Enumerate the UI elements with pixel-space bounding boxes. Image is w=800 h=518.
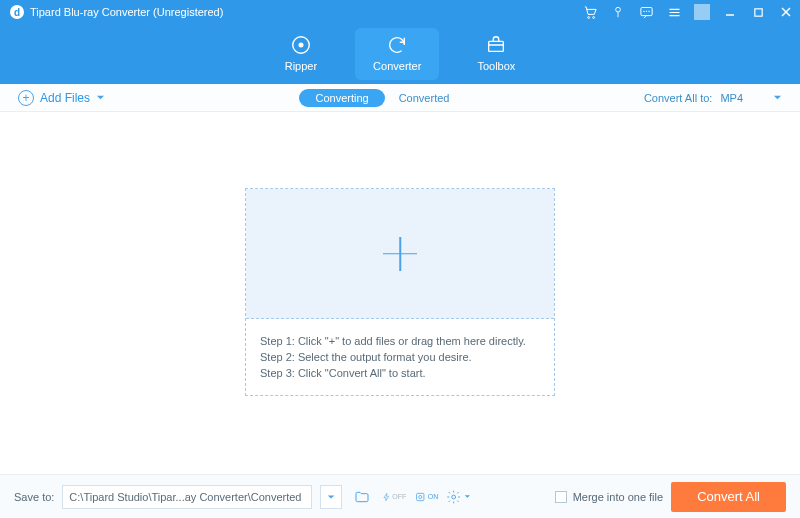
merge-label: Merge into one file — [573, 491, 664, 503]
chevron-down-icon — [96, 93, 105, 102]
svg-point-9 — [299, 43, 303, 47]
instructions: Step 1: Click "+" to add files or drag t… — [246, 319, 554, 395]
ripper-icon — [290, 34, 312, 56]
gpu-button[interactable]: ON — [414, 485, 438, 509]
add-files-button[interactable]: + Add Files — [18, 90, 105, 106]
checkbox-icon — [555, 491, 567, 503]
svg-rect-11 — [417, 493, 424, 500]
add-files-label: Add Files — [40, 91, 90, 105]
minimize-button[interactable] — [722, 4, 738, 20]
settings-button[interactable] — [446, 485, 470, 509]
divider — [694, 4, 710, 20]
convert-all-to-label: Convert All to: — [644, 92, 712, 104]
tab-ripper[interactable]: Ripper — [267, 28, 335, 80]
svg-rect-10 — [489, 41, 504, 51]
path-dropdown-button[interactable] — [320, 485, 342, 509]
open-folder-button[interactable] — [350, 485, 374, 509]
menu-icon[interactable] — [666, 4, 682, 20]
plus-icon — [383, 237, 417, 271]
step-3: Step 3: Click "Convert All" to start. — [260, 367, 540, 379]
svg-point-2 — [616, 7, 621, 12]
svg-point-1 — [592, 16, 594, 18]
chevron-down-icon — [773, 93, 782, 102]
step-1: Step 1: Click "+" to add files or drag t… — [260, 335, 540, 347]
maximize-button[interactable] — [750, 4, 766, 20]
svg-point-0 — [587, 16, 589, 18]
merge-into-one-checkbox[interactable]: Merge into one file — [555, 491, 664, 503]
feedback-icon[interactable] — [638, 4, 654, 20]
plus-icon: + — [18, 90, 34, 106]
svg-point-6 — [648, 10, 649, 11]
save-path-field[interactable]: C:\Tipard Studio\Tipar...ay Converter\Co… — [62, 485, 312, 509]
tab-toolbox[interactable]: Toolbox — [459, 28, 533, 80]
tab-ripper-label: Ripper — [285, 60, 317, 72]
svg-point-4 — [643, 10, 644, 11]
toolbox-icon — [485, 34, 507, 56]
add-files-drop-area[interactable] — [246, 189, 554, 319]
converting-tab[interactable]: Converting — [299, 89, 384, 107]
app-title: Tipard Blu-ray Converter (Unregistered) — [30, 6, 223, 18]
app-logo: d — [10, 5, 24, 19]
output-format-select[interactable]: MP4 — [720, 92, 782, 104]
save-to-label: Save to: — [14, 491, 54, 503]
tab-toolbox-label: Toolbox — [477, 60, 515, 72]
close-button[interactable] — [778, 4, 794, 20]
register-icon[interactable] — [610, 4, 626, 20]
tab-converter[interactable]: Converter — [355, 28, 439, 80]
drop-zone: Step 1: Click "+" to add files or drag t… — [245, 188, 555, 396]
converted-tab[interactable]: Converted — [399, 92, 450, 104]
svg-point-13 — [452, 495, 456, 499]
tab-converter-label: Converter — [373, 60, 421, 72]
output-format-value: MP4 — [720, 92, 743, 104]
svg-point-5 — [646, 10, 647, 11]
convert-all-button[interactable]: Convert All — [671, 482, 786, 512]
svg-rect-7 — [754, 8, 761, 15]
converter-icon — [386, 34, 408, 56]
step-2: Step 2: Select the output format you des… — [260, 351, 540, 363]
hardware-accel-button[interactable]: OFF — [382, 485, 406, 509]
svg-point-12 — [419, 495, 422, 498]
cart-icon[interactable] — [582, 4, 598, 20]
